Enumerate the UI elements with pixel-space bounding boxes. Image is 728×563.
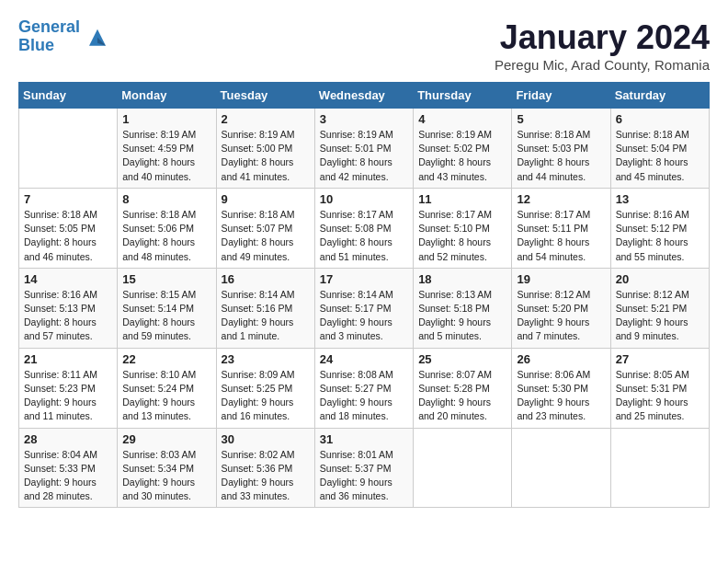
calendar-week-row: 21Sunrise: 8:11 AMSunset: 5:23 PMDayligh…	[19, 348, 710, 428]
col-header-wednesday: Wednesday	[314, 83, 413, 109]
day-number: 5	[517, 112, 605, 126]
day-info: Sunrise: 8:07 AMSunset: 5:28 PMDaylight:…	[418, 368, 506, 424]
day-number: 21	[24, 352, 112, 366]
calendar-day-cell: 23Sunrise: 8:09 AMSunset: 5:25 PMDayligh…	[216, 348, 314, 428]
day-number: 4	[418, 112, 506, 126]
day-info: Sunrise: 8:15 AMSunset: 5:14 PMDaylight:…	[122, 288, 210, 344]
calendar-day-cell: 27Sunrise: 8:05 AMSunset: 5:31 PMDayligh…	[610, 348, 709, 428]
calendar-day-cell: 29Sunrise: 8:03 AMSunset: 5:34 PMDayligh…	[118, 428, 216, 508]
calendar-day-cell: 26Sunrise: 8:06 AMSunset: 5:30 PMDayligh…	[512, 348, 610, 428]
day-number: 14	[24, 272, 112, 286]
calendar-day-cell: 14Sunrise: 8:16 AMSunset: 5:13 PMDayligh…	[19, 268, 118, 348]
col-header-friday: Friday	[512, 83, 610, 109]
day-number: 24	[320, 352, 408, 366]
day-info: Sunrise: 8:19 AMSunset: 5:00 PMDaylight:…	[222, 128, 310, 184]
day-info: Sunrise: 8:16 AMSunset: 5:12 PMDaylight:…	[616, 208, 704, 264]
day-number: 16	[222, 272, 310, 286]
page-header: General Blue January 2024 Peregu Mic, Ar…	[18, 18, 710, 73]
calendar-day-cell: 20Sunrise: 8:12 AMSunset: 5:21 PMDayligh…	[610, 268, 709, 348]
calendar-day-cell: 12Sunrise: 8:17 AMSunset: 5:11 PMDayligh…	[512, 188, 610, 268]
calendar-day-cell: 3Sunrise: 8:19 AMSunset: 5:01 PMDaylight…	[314, 109, 413, 189]
month-title: January 2024	[495, 18, 710, 57]
calendar-day-cell: 6Sunrise: 8:18 AMSunset: 5:04 PMDaylight…	[610, 109, 709, 189]
location-subtitle: Peregu Mic, Arad County, Romania	[495, 57, 710, 73]
logo-line2: Blue	[18, 36, 54, 54]
calendar-day-cell: 2Sunrise: 8:19 AMSunset: 5:00 PMDaylight…	[216, 109, 314, 189]
calendar-table: SundayMondayTuesdayWednesdayThursdayFrid…	[18, 82, 710, 508]
calendar-day-cell: 31Sunrise: 8:01 AMSunset: 5:37 PMDayligh…	[314, 428, 413, 508]
calendar-day-cell: 17Sunrise: 8:14 AMSunset: 5:17 PMDayligh…	[314, 268, 413, 348]
calendar-day-cell: 11Sunrise: 8:17 AMSunset: 5:10 PMDayligh…	[414, 188, 512, 268]
empty-cell	[512, 428, 610, 508]
day-info: Sunrise: 8:18 AMSunset: 5:07 PMDaylight:…	[222, 208, 310, 264]
calendar-week-row: 28Sunrise: 8:04 AMSunset: 5:33 PMDayligh…	[19, 428, 710, 508]
day-info: Sunrise: 8:04 AMSunset: 5:33 PMDaylight:…	[24, 448, 112, 504]
day-info: Sunrise: 8:05 AMSunset: 5:31 PMDaylight:…	[616, 368, 704, 424]
day-info: Sunrise: 8:18 AMSunset: 5:03 PMDaylight:…	[517, 128, 605, 184]
calendar-day-cell: 19Sunrise: 8:12 AMSunset: 5:20 PMDayligh…	[512, 268, 610, 348]
calendar-day-cell: 9Sunrise: 8:18 AMSunset: 5:07 PMDaylight…	[216, 188, 314, 268]
empty-cell	[414, 428, 512, 508]
day-info: Sunrise: 8:02 AMSunset: 5:36 PMDaylight:…	[222, 448, 310, 504]
day-info: Sunrise: 8:17 AMSunset: 5:10 PMDaylight:…	[418, 208, 506, 264]
day-info: Sunrise: 8:03 AMSunset: 5:34 PMDaylight:…	[122, 448, 210, 504]
day-number: 8	[122, 192, 210, 206]
empty-cell	[19, 109, 118, 189]
day-info: Sunrise: 8:14 AMSunset: 5:17 PMDaylight:…	[320, 288, 408, 344]
day-number: 15	[122, 272, 210, 286]
day-number: 31	[320, 432, 408, 446]
day-number: 17	[320, 272, 408, 286]
day-number: 28	[24, 432, 112, 446]
calendar-day-cell: 28Sunrise: 8:04 AMSunset: 5:33 PMDayligh…	[19, 428, 118, 508]
calendar-header-row: SundayMondayTuesdayWednesdayThursdayFrid…	[19, 83, 710, 109]
day-info: Sunrise: 8:18 AMSunset: 5:06 PMDaylight:…	[122, 208, 210, 264]
day-number: 25	[418, 352, 506, 366]
day-number: 11	[418, 192, 506, 206]
col-header-saturday: Saturday	[610, 83, 709, 109]
calendar-week-row: 1Sunrise: 8:19 AMSunset: 4:59 PMDaylight…	[19, 109, 710, 189]
day-info: Sunrise: 8:08 AMSunset: 5:27 PMDaylight:…	[320, 368, 408, 424]
col-header-sunday: Sunday	[19, 83, 118, 109]
col-header-monday: Monday	[118, 83, 216, 109]
day-info: Sunrise: 8:16 AMSunset: 5:13 PMDaylight:…	[24, 288, 112, 344]
logo-line1: General	[18, 17, 80, 36]
calendar-day-cell: 30Sunrise: 8:02 AMSunset: 5:36 PMDayligh…	[216, 428, 314, 508]
calendar-week-row: 14Sunrise: 8:16 AMSunset: 5:13 PMDayligh…	[19, 268, 710, 348]
day-info: Sunrise: 8:13 AMSunset: 5:18 PMDaylight:…	[418, 288, 506, 344]
empty-cell	[610, 428, 709, 508]
calendar-day-cell: 13Sunrise: 8:16 AMSunset: 5:12 PMDayligh…	[610, 188, 709, 268]
calendar-day-cell: 7Sunrise: 8:18 AMSunset: 5:05 PMDaylight…	[19, 188, 118, 268]
day-number: 7	[24, 192, 112, 206]
day-number: 10	[320, 192, 408, 206]
day-info: Sunrise: 8:18 AMSunset: 5:05 PMDaylight:…	[24, 208, 112, 264]
day-info: Sunrise: 8:17 AMSunset: 5:11 PMDaylight:…	[517, 208, 605, 264]
calendar-day-cell: 1Sunrise: 8:19 AMSunset: 4:59 PMDaylight…	[118, 109, 216, 189]
day-info: Sunrise: 8:19 AMSunset: 4:59 PMDaylight:…	[122, 128, 210, 184]
day-number: 12	[517, 192, 605, 206]
day-number: 1	[122, 112, 210, 126]
day-number: 3	[320, 112, 408, 126]
calendar-day-cell: 16Sunrise: 8:14 AMSunset: 5:16 PMDayligh…	[216, 268, 314, 348]
day-info: Sunrise: 8:09 AMSunset: 5:25 PMDaylight:…	[222, 368, 310, 424]
day-number: 6	[616, 112, 704, 126]
logo-text: General Blue	[18, 18, 80, 55]
col-header-thursday: Thursday	[414, 83, 512, 109]
calendar-day-cell: 24Sunrise: 8:08 AMSunset: 5:27 PMDayligh…	[314, 348, 413, 428]
day-info: Sunrise: 8:14 AMSunset: 5:16 PMDaylight:…	[222, 288, 310, 344]
day-info: Sunrise: 8:06 AMSunset: 5:30 PMDaylight:…	[517, 368, 605, 424]
day-info: Sunrise: 8:19 AMSunset: 5:01 PMDaylight:…	[320, 128, 408, 184]
calendar-day-cell: 15Sunrise: 8:15 AMSunset: 5:14 PMDayligh…	[118, 268, 216, 348]
day-number: 27	[616, 352, 704, 366]
day-info: Sunrise: 8:10 AMSunset: 5:24 PMDaylight:…	[122, 368, 210, 424]
title-block: January 2024 Peregu Mic, Arad County, Ro…	[495, 18, 710, 73]
day-number: 29	[122, 432, 210, 446]
calendar-day-cell: 8Sunrise: 8:18 AMSunset: 5:06 PMDaylight…	[118, 188, 216, 268]
day-number: 13	[616, 192, 704, 206]
calendar-day-cell: 5Sunrise: 8:18 AMSunset: 5:03 PMDaylight…	[512, 109, 610, 189]
day-number: 19	[517, 272, 605, 286]
day-info: Sunrise: 8:17 AMSunset: 5:08 PMDaylight:…	[320, 208, 408, 264]
calendar-day-cell: 22Sunrise: 8:10 AMSunset: 5:24 PMDayligh…	[118, 348, 216, 428]
day-number: 9	[222, 192, 310, 206]
logo: General Blue	[18, 18, 111, 55]
day-number: 2	[222, 112, 310, 126]
